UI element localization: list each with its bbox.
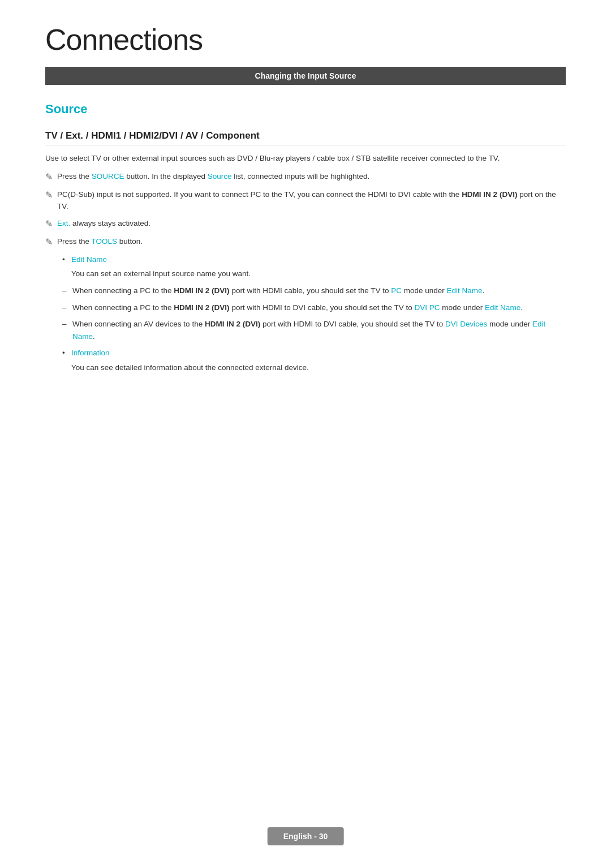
note-text-3: Ext. always stays activated. bbox=[57, 217, 566, 230]
note-text-4: Press the TOOLS button. bbox=[57, 235, 566, 248]
pc-mode-link[interactable]: PC bbox=[391, 286, 402, 295]
bullet-item-information: Information You can see detailed informa… bbox=[62, 347, 566, 373]
page-title: Connections bbox=[45, 23, 566, 57]
subsection-heading: TV / Ext. / HDMI1 / HDMI2/DVI / AV / Com… bbox=[45, 130, 566, 145]
dvi-pc-link[interactable]: DVI PC bbox=[415, 303, 440, 312]
tools-link[interactable]: TOOLS bbox=[92, 237, 118, 246]
dash-item-3: When connecting an AV devices to the HDM… bbox=[62, 318, 566, 342]
information-sub-text: You can see detailed information about t… bbox=[71, 362, 566, 374]
footer-badge: English - 30 bbox=[268, 827, 344, 845]
dash-item-2: When connecting a PC to the HDMI IN 2 (D… bbox=[62, 302, 566, 314]
intro-text: Use to select TV or other external input… bbox=[45, 152, 566, 165]
dash-list: When connecting a PC to the HDMI IN 2 (D… bbox=[62, 285, 566, 342]
bullet-item-edit-name: Edit Name You can set an external input … bbox=[62, 253, 566, 280]
note-text-2: PC(D-Sub) input is not supported. If you… bbox=[57, 188, 566, 213]
edit-name-link-1[interactable]: Edit Name bbox=[447, 286, 483, 295]
note-text-1: Press the SOURCE button. In the displaye… bbox=[57, 170, 566, 183]
page-container: Connections Changing the Input Source So… bbox=[0, 0, 611, 868]
note-item-1: ✎ Press the SOURCE button. In the displa… bbox=[45, 170, 566, 184]
footer-text: English - 30 bbox=[283, 832, 328, 841]
note-item-2: ✎ PC(D-Sub) input is not supported. If y… bbox=[45, 188, 566, 213]
edit-name-link-bullet[interactable]: Edit Name bbox=[71, 255, 107, 264]
bullet-list: Edit Name You can set an external input … bbox=[62, 253, 566, 280]
edit-name-sub-text: You can set an external input source nam… bbox=[71, 268, 566, 280]
note-item-3: ✎ Ext. always stays activated. bbox=[45, 217, 566, 231]
note-icon-2: ✎ bbox=[45, 188, 53, 202]
note-icon-3: ✎ bbox=[45, 217, 53, 231]
dash-item-1: When connecting a PC to the HDMI IN 2 (D… bbox=[62, 285, 566, 297]
information-link[interactable]: Information bbox=[71, 349, 110, 357]
note-icon-1: ✎ bbox=[45, 170, 53, 184]
section-header-text: Changing the Input Source bbox=[255, 71, 356, 80]
section-header-bar: Changing the Input Source bbox=[45, 67, 566, 85]
source-list-link[interactable]: Source bbox=[208, 172, 232, 181]
note-item-4: ✎ Press the TOOLS button. bbox=[45, 235, 566, 249]
note-icon-4: ✎ bbox=[45, 235, 53, 249]
content-area: Source TV / Ext. / HDMI1 / HDMI2/DVI / A… bbox=[45, 102, 566, 374]
source-heading: Source bbox=[45, 102, 566, 117]
bullet-list-info: Information You can see detailed informa… bbox=[62, 347, 566, 373]
ext-link[interactable]: Ext. bbox=[57, 219, 70, 227]
dvi-devices-link[interactable]: DVI Devices bbox=[445, 320, 487, 328]
edit-name-link-2[interactable]: Edit Name bbox=[485, 303, 520, 312]
source-link[interactable]: SOURCE bbox=[92, 172, 124, 181]
